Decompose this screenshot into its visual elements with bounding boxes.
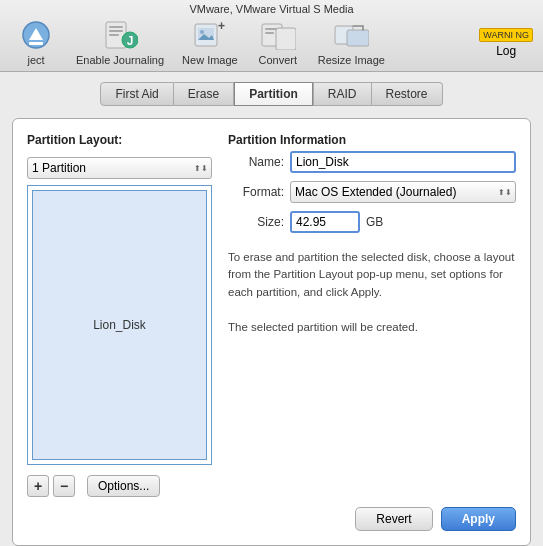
info-label: Partition Information: [228, 133, 516, 147]
svg-point-11: [200, 30, 204, 34]
svg-text:+: +: [218, 20, 225, 33]
format-wrapper: Mac OS Extended (Journaled) Mac OS Exten…: [290, 181, 516, 203]
journal-label: Enable Journaling: [76, 54, 164, 66]
partition-panel: Partition Layout: 1 Partition 2 Partitio…: [12, 118, 531, 546]
description-text: To erase and partition the selected disk…: [228, 249, 516, 301]
svg-rect-19: [347, 30, 369, 46]
new-image-label: New Image: [182, 54, 238, 66]
new-image-button[interactable]: + New Image: [174, 15, 246, 70]
main-content: First Aid Erase Partition RAID Restore P…: [0, 72, 543, 546]
name-input[interactable]: [290, 151, 516, 173]
svg-rect-5: [109, 30, 123, 32]
partition-count-wrapper: 1 Partition 2 Partitions 3 Partitions 4 …: [27, 157, 212, 179]
tab-erase[interactable]: Erase: [174, 82, 234, 106]
new-image-icon: +: [192, 19, 228, 51]
format-row: Format: Mac OS Extended (Journaled) Mac …: [228, 181, 516, 203]
partition-block: Lion_Disk: [32, 190, 207, 460]
format-label: Format:: [228, 185, 284, 199]
size-row: Size: GB: [228, 211, 516, 233]
svg-rect-6: [109, 34, 119, 36]
enable-journaling-button[interactable]: J Enable Journaling: [68, 15, 172, 70]
tab-bar: First Aid Erase Partition RAID Restore: [12, 82, 531, 106]
format-select[interactable]: Mac OS Extended (Journaled) Mac OS Exten…: [290, 181, 516, 203]
log-area[interactable]: WARNI NG Log: [479, 28, 533, 58]
revert-button[interactable]: Revert: [355, 507, 432, 531]
svg-rect-4: [109, 26, 123, 28]
svg-rect-17: [265, 32, 274, 34]
name-label: Name:: [228, 155, 284, 169]
tab-restore[interactable]: Restore: [372, 82, 443, 106]
add-partition-button[interactable]: +: [27, 475, 49, 497]
svg-rect-2: [29, 42, 43, 45]
tab-first-aid[interactable]: First Aid: [100, 82, 173, 106]
size-input[interactable]: [290, 211, 360, 233]
partition-diagram: Lion_Disk: [27, 185, 212, 465]
eject-label: ject: [27, 54, 44, 66]
tab-raid[interactable]: RAID: [313, 82, 372, 106]
svg-rect-16: [265, 28, 277, 30]
info-section: Partition Information Name: Format: Mac …: [228, 133, 516, 497]
layout-buttons: + − Options...: [27, 475, 212, 497]
resize-image-button[interactable]: Resize Image: [310, 15, 393, 70]
layout-label: Partition Layout:: [27, 133, 212, 147]
layout-section: Partition Layout: 1 Partition 2 Partitio…: [27, 133, 212, 497]
toolbar: VMware, VMware Virtual S Media ject: [0, 0, 543, 72]
log-label: Log: [496, 44, 516, 58]
journal-icon: J: [102, 19, 138, 51]
partition-count-select[interactable]: 1 Partition 2 Partitions 3 Partitions 4 …: [27, 157, 212, 179]
convert-icon: [260, 19, 296, 51]
size-label: Size:: [228, 215, 284, 229]
tab-partition[interactable]: Partition: [234, 82, 313, 106]
convert-label: Convert: [258, 54, 297, 66]
svg-rect-15: [276, 28, 296, 50]
warning-badge: WARNI NG: [479, 28, 533, 42]
eject-icon: [18, 19, 54, 51]
options-button[interactable]: Options...: [87, 475, 160, 497]
name-row: Name:: [228, 151, 516, 173]
convert-button[interactable]: Convert: [248, 15, 308, 70]
resize-icon: [333, 19, 369, 51]
bottom-bar: Revert Apply: [27, 497, 516, 531]
size-group: GB: [290, 211, 383, 233]
svg-text:J: J: [127, 34, 134, 48]
status-text: The selected partition will be created.: [228, 321, 516, 333]
partition-disk-label: Lion_Disk: [93, 318, 146, 332]
eject-button[interactable]: ject: [6, 15, 66, 70]
apply-button[interactable]: Apply: [441, 507, 516, 531]
resize-label: Resize Image: [318, 54, 385, 66]
remove-partition-button[interactable]: −: [53, 475, 75, 497]
size-unit: GB: [366, 215, 383, 229]
